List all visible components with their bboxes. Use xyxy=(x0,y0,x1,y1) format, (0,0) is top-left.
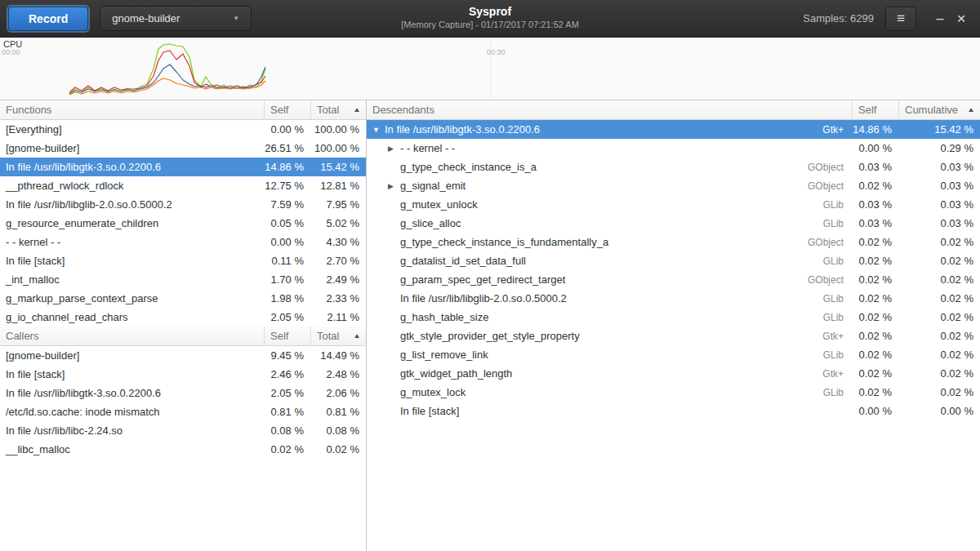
expander-closed-icon[interactable]: ▶ xyxy=(388,144,400,153)
table-row[interactable]: [Everything]0.00 %100.00 % xyxy=(0,120,366,139)
self-cell: 0.02 % xyxy=(852,236,898,248)
total-cell: 100.00 % xyxy=(310,123,366,136)
total-cell: 100.00 % xyxy=(310,142,366,154)
library-tag: GLib xyxy=(823,199,852,211)
callers-column-header[interactable]: Callers xyxy=(0,327,264,345)
function-name-cell: In file /usr/lib/libgtk-3.so.0.2200.6 xyxy=(0,387,264,399)
table-row[interactable]: g_type_check_instance_is_fundamentally_a… xyxy=(367,233,980,251)
expander-closed-icon[interactable]: ▶ xyxy=(388,182,400,190)
functions-total-column-header[interactable]: Total ▲ xyxy=(310,100,366,119)
function-label: In file /usr/lib/libglib-2.0.so.0.5000.2 xyxy=(400,292,567,304)
total-cell: 2.49 % xyxy=(310,273,366,286)
descendants-column-header[interactable]: Descendants xyxy=(367,100,852,119)
table-row[interactable]: g_type_check_instance_is_aGObject0.03 %0… xyxy=(367,158,980,176)
total-cell: 7.95 % xyxy=(310,198,366,211)
self-cell: 1.70 % xyxy=(264,273,310,286)
table-row[interactable]: In file [stack]0.11 %2.70 % xyxy=(0,251,366,270)
table-row[interactable]: In file /usr/lib/libglib-2.0.so.0.5000.2… xyxy=(0,195,366,214)
functions-column-header[interactable]: Functions xyxy=(0,100,264,119)
self-cell: 14.86 % xyxy=(852,123,898,136)
library-tag: Gtk+ xyxy=(822,331,852,342)
table-row[interactable]: ▶g_signal_emitGObject0.02 %0.03 % xyxy=(367,176,980,195)
descendants-self-column-header[interactable]: Self xyxy=(852,100,898,119)
table-row[interactable]: In file [stack]2.46 %2.48 % xyxy=(0,365,366,384)
functions-self-column-header[interactable]: Self xyxy=(264,100,310,119)
function-name-cell: In file /usr/lib/libgtk-3.so.0.2200.6 xyxy=(0,161,264,173)
app-title: Sysprof xyxy=(401,5,579,18)
process-selector-dropdown[interactable]: gnome-builder ▼ xyxy=(100,6,252,31)
minimize-button[interactable]: – xyxy=(929,8,951,29)
table-row[interactable]: g_slice_allocGLib0.03 %0.03 % xyxy=(367,214,980,233)
cumulative-cell: 0.29 % xyxy=(898,142,980,154)
function-name-cell: g_type_check_instance_is_fundamentally_a… xyxy=(367,236,852,248)
header-right-group: Samples: 6299 ≡ – × xyxy=(803,7,972,31)
self-cell: 9.45 % xyxy=(264,349,310,362)
table-row[interactable]: g_io_channel_read_chars2.05 %2.11 % xyxy=(0,308,366,327)
menu-button[interactable]: ≡ xyxy=(885,7,916,31)
function-name-cell: In file /usr/lib/libglib-2.0.so.0.5000.2 xyxy=(0,198,264,211)
table-row[interactable]: - - kernel - -0.00 %4.30 % xyxy=(0,233,366,251)
total-cell: 2.33 % xyxy=(310,292,366,304)
functions-table-header: Functions Self Total ▲ xyxy=(0,100,366,120)
self-cell: 0.02 % xyxy=(852,292,898,304)
library-tag: GLib xyxy=(823,293,852,304)
callers-total-column-header[interactable]: Total ▲ xyxy=(310,327,366,345)
function-name-cell: g_resource_enumerate_children xyxy=(0,217,264,229)
main-content: Functions Self Total ▲ [Everything]0.00 … xyxy=(0,100,980,551)
table-row[interactable]: gtk_style_provider_get_style_propertyGtk… xyxy=(367,327,980,345)
function-label: gtk_style_provider_get_style_property xyxy=(400,330,580,342)
cumulative-cell: 0.02 % xyxy=(898,311,980,323)
sysprof-window: Record gnome-builder ▼ Sysprof [Memory C… xyxy=(0,0,980,551)
table-row[interactable]: g_resource_enumerate_children0.05 %5.02 … xyxy=(0,214,366,233)
table-row[interactable]: In file [stack]0.00 %0.00 % xyxy=(367,402,980,420)
function-label: g_mutex_lock xyxy=(400,386,466,398)
callers-self-column-header[interactable]: Self xyxy=(264,327,310,345)
function-label: g_datalist_id_set_data_full xyxy=(400,255,526,267)
table-row[interactable]: In file /usr/lib/libgtk-3.so.0.2200.614.… xyxy=(0,158,366,176)
total-cell: 2.11 % xyxy=(310,311,366,323)
table-row[interactable]: __pthread_rwlock_rdlock12.75 %12.81 % xyxy=(0,176,366,195)
table-row[interactable]: __libc_malloc0.02 %0.02 % xyxy=(0,440,366,459)
table-row[interactable]: ▼In file /usr/lib/libgtk-3.so.0.2200.6Gt… xyxy=(367,120,980,139)
function-name-cell: [gnome-builder] xyxy=(0,349,264,362)
function-label: - - kernel - - xyxy=(400,142,455,154)
function-name-cell: g_mutex_unlockGLib xyxy=(367,198,852,211)
table-row[interactable]: ▶- - kernel - -0.00 %0.29 % xyxy=(367,139,980,158)
function-name-cell: gtk_style_provider_get_style_propertyGtk… xyxy=(367,330,852,342)
table-row[interactable]: g_mutex_unlockGLib0.03 %0.03 % xyxy=(367,195,980,214)
record-button[interactable]: Record xyxy=(8,7,88,31)
function-name-cell: In file [stack] xyxy=(0,255,264,267)
expander-open-icon[interactable]: ▼ xyxy=(372,126,385,134)
function-name-cell: /etc/ld.so.cache: inode mismatch xyxy=(0,406,264,418)
cpu-timeline[interactable]: CPU 00:00 00:30 xyxy=(0,38,980,100)
table-row[interactable]: g_param_spec_get_redirect_targetGObject0… xyxy=(367,270,980,289)
close-button[interactable]: × xyxy=(951,8,972,29)
table-row[interactable]: /etc/ld.so.cache: inode mismatch0.81 %0.… xyxy=(0,402,366,421)
table-row[interactable]: g_list_remove_linkGLib0.02 %0.02 % xyxy=(367,345,980,364)
self-cell: 7.59 % xyxy=(264,198,310,211)
cumulative-cell: 0.03 % xyxy=(898,161,980,173)
table-row[interactable]: g_hash_table_sizeGLib0.02 %0.02 % xyxy=(367,308,980,327)
cumulative-cell: 0.02 % xyxy=(898,349,980,361)
table-row[interactable]: In file /usr/lib/libgtk-3.so.0.2200.62.0… xyxy=(0,384,366,402)
table-row[interactable]: _int_malloc1.70 %2.49 % xyxy=(0,270,366,289)
function-label: g_hash_table_size xyxy=(400,311,488,323)
cumulative-cell: 15.42 % xyxy=(898,123,980,136)
table-row[interactable]: g_datalist_id_set_data_fullGLib0.02 %0.0… xyxy=(367,251,980,270)
table-row[interactable]: g_markup_parse_context_parse1.98 %2.33 % xyxy=(0,289,366,308)
function-name-cell: g_mutex_lockGLib xyxy=(367,386,852,398)
table-row[interactable]: gtk_widget_path_lengthGtk+0.02 %0.02 % xyxy=(367,364,980,383)
library-tag: Gtk+ xyxy=(822,124,852,136)
table-row[interactable]: In file /usr/lib/libc-2.24.so0.08 %0.08 … xyxy=(0,421,366,440)
table-row[interactable]: [gnome-builder]9.45 %14.49 % xyxy=(0,346,366,365)
right-pane-filler xyxy=(367,420,980,551)
close-icon: × xyxy=(956,10,965,27)
table-row[interactable]: [gnome-builder]26.51 %100.00 % xyxy=(0,139,366,158)
table-row[interactable]: In file /usr/lib/libglib-2.0.so.0.5000.2… xyxy=(367,289,980,308)
table-row[interactable]: g_mutex_lockGLib0.02 %0.02 % xyxy=(367,383,980,402)
sort-arrow-icon: ▲ xyxy=(967,106,975,113)
library-tag: GLib xyxy=(823,218,852,229)
self-cell: 0.02 % xyxy=(852,349,898,361)
sort-arrow-icon: ▲ xyxy=(353,332,361,340)
descendants-cumulative-column-header[interactable]: Cumulative ▲ xyxy=(898,100,980,119)
